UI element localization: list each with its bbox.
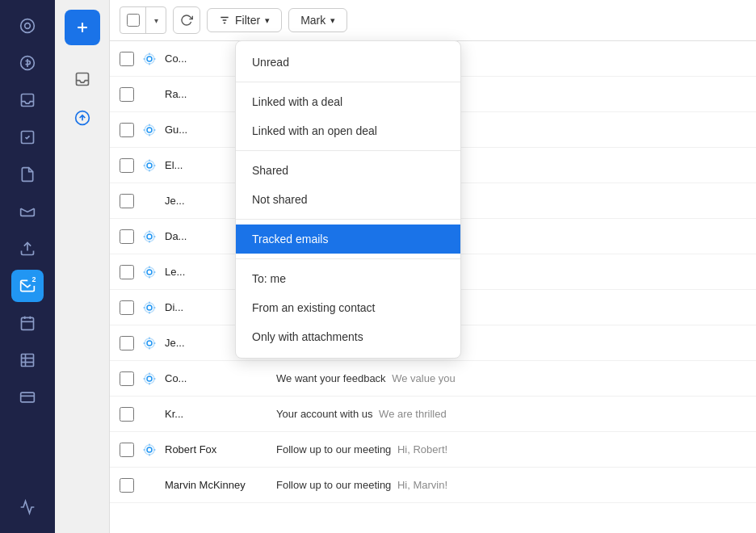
svg-rect-19	[76, 73, 88, 86]
svg-point-37	[145, 338, 154, 348]
filter-button[interactable]: Filter ▾	[207, 8, 282, 32]
sidebar-item-upload[interactable]	[11, 233, 44, 265]
svg-point-28	[147, 163, 152, 168]
tracked-icon	[141, 50, 158, 68]
svg-point-34	[147, 305, 152, 310]
sidebar-item-document[interactable]	[11, 158, 44, 191]
email-checkbox[interactable]	[120, 52, 134, 66]
sidebar-item-cards[interactable]	[11, 381, 44, 413]
toolbar: ▾ Filter ▾ Mark ▾	[110, 0, 756, 41]
svg-point-29	[145, 161, 154, 170]
filter-option-unread[interactable]: Unread	[236, 48, 460, 77]
filter-option-existing-contact[interactable]: From an existing contact	[236, 293, 460, 322]
mark-button[interactable]: Mark ▾	[288, 8, 347, 32]
email-subject: Follow up to our meeting Hi, Robert!	[276, 443, 746, 455]
email-subject: Your account with us We are thrilled	[276, 408, 746, 420]
tracked-icon	[141, 370, 158, 388]
filter-option-linked-deal[interactable]: Linked with a deal	[236, 87, 460, 116]
svg-point-0	[21, 19, 35, 33]
filter-option-to-me[interactable]: To: me	[236, 264, 460, 293]
email-checkbox[interactable]	[120, 371, 134, 386]
tracked-icon	[141, 299, 158, 317]
sidebar-item-chart[interactable]	[11, 491, 44, 523]
svg-point-39	[145, 374, 154, 384]
email-subject: Follow up to our meeting Hi, Marvin!	[276, 479, 746, 491]
tracked-icon	[141, 334, 158, 352]
select-all-input[interactable]	[127, 14, 140, 27]
sidebar-item-tasks[interactable]	[11, 121, 44, 153]
sidebar-item-target[interactable]	[11, 10, 44, 42]
left-sidebar: 2	[0, 0, 55, 533]
no-tracked-icon	[141, 405, 158, 423]
svg-point-1	[25, 23, 31, 29]
email-row[interactable]: Marvin McKinney Follow up to our meeting…	[110, 468, 756, 503]
sidebar-item-dollar[interactable]	[11, 47, 44, 79]
email-checkbox[interactable]	[120, 87, 134, 102]
email-checkbox[interactable]	[120, 229, 134, 244]
refresh-button[interactable]	[173, 6, 200, 34]
email-row[interactable]: Co... We want your feedback We value you	[110, 361, 756, 397]
svg-point-32	[147, 270, 152, 275]
sidebar-item-table[interactable]	[11, 344, 44, 376]
email-checkbox[interactable]	[120, 123, 134, 137]
filter-option-not-shared[interactable]: Not shared	[236, 185, 460, 214]
svg-point-25	[145, 54, 154, 64]
select-dropdown-arrow[interactable]: ▾	[146, 7, 166, 33]
sidebar-item-calendar[interactable]	[11, 307, 44, 339]
svg-point-36	[147, 341, 152, 346]
filter-option-with-attachments[interactable]: Only with attachments	[236, 322, 460, 351]
email-checkbox[interactable]	[120, 478, 134, 493]
email-sender: Co...	[165, 372, 270, 384]
email-row[interactable]: Kr... Your account with us We are thrill…	[110, 397, 756, 432]
inner-sidebar	[55, 0, 110, 533]
filter-arrow: ▾	[265, 15, 270, 26]
svg-rect-7	[22, 317, 34, 329]
tracked-icon	[141, 228, 158, 246]
filter-option-tracked-emails[interactable]: Tracked emails	[236, 225, 460, 254]
email-checkbox[interactable]	[120, 407, 134, 422]
email-row[interactable]: Robert Fox Follow up to our meeting Hi, …	[110, 432, 756, 468]
email-checkbox[interactable]	[120, 194, 134, 208]
email-subject: We want your feedback We value you	[276, 372, 746, 384]
svg-point-40	[147, 447, 152, 452]
svg-rect-3	[22, 94, 34, 107]
sidebar-item-megaphone[interactable]	[11, 195, 44, 228]
inner-sent-icon[interactable]	[66, 102, 99, 134]
filter-option-shared[interactable]: Shared	[236, 156, 460, 185]
dropdown-divider	[236, 258, 460, 259]
svg-point-41	[145, 445, 154, 455]
select-all-checkbox[interactable]	[120, 7, 146, 33]
sidebar-item-inbox[interactable]	[11, 84, 44, 116]
email-checkbox[interactable]	[120, 336, 134, 350]
svg-rect-11	[22, 355, 34, 367]
compose-icon[interactable]	[65, 10, 100, 45]
tracked-icon	[141, 263, 158, 281]
filter-dropdown: Unread Linked with a deal Linked with an…	[235, 40, 461, 359]
mark-arrow: ▾	[330, 15, 335, 26]
email-checkbox[interactable]	[120, 300, 134, 315]
no-tracked-icon	[141, 192, 158, 210]
no-tracked-icon	[141, 86, 158, 103]
no-tracked-icon	[141, 476, 158, 494]
sidebar-item-email[interactable]: 2	[11, 270, 44, 302]
filter-option-linked-open-deal[interactable]: Linked with an open deal	[236, 116, 460, 145]
email-sender: Robert Fox	[165, 443, 270, 455]
svg-point-31	[145, 232, 154, 241]
svg-point-38	[147, 376, 152, 381]
dropdown-divider	[236, 150, 460, 151]
svg-point-26	[147, 128, 152, 132]
select-checkbox-group[interactable]: ▾	[120, 6, 166, 34]
email-sender: Kr...	[165, 408, 270, 420]
dropdown-divider	[236, 219, 460, 220]
tracked-icon	[141, 121, 158, 139]
svg-point-30	[147, 234, 152, 239]
inner-inbox-icon[interactable]	[66, 63, 99, 95]
email-checkbox[interactable]	[120, 443, 134, 457]
main-content: ▾ Filter ▾ Mark ▾ Co... Follow up t	[110, 0, 756, 533]
svg-point-35	[145, 303, 154, 313]
email-checkbox[interactable]	[120, 158, 134, 173]
svg-rect-15	[21, 392, 35, 402]
email-checkbox[interactable]	[120, 265, 134, 279]
tracked-icon	[141, 441, 158, 459]
svg-point-33	[145, 267, 154, 277]
